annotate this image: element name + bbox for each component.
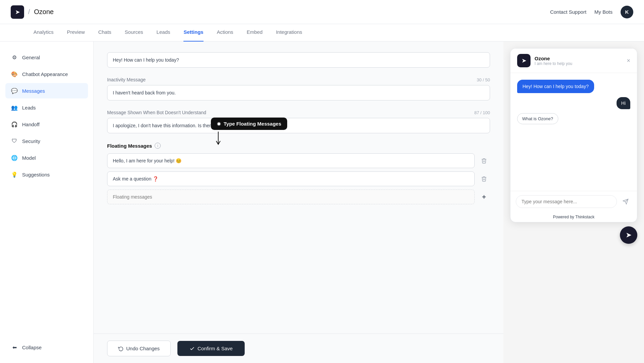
chat-close-button[interactable]: × — [627, 57, 630, 64]
appearance-icon: 🎨 — [11, 70, 18, 78]
sidebar-item-security[interactable]: 🛡 Security — [5, 133, 88, 149]
sidebar-item-chatbot-appearance[interactable]: 🎨 Chatbot Appearance — [5, 66, 88, 82]
undo-icon — [118, 346, 124, 351]
shield-icon: 🛡 — [11, 137, 18, 145]
chat-fab-button[interactable]: ➤ — [620, 226, 637, 244]
tab-sources[interactable]: Sources — [125, 24, 143, 42]
chat-message-input[interactable] — [516, 195, 617, 208]
tooltip-popup: Type Floating Messages — [211, 118, 287, 130]
floating-message-row-1 — [107, 153, 490, 168]
undo-label: Undo Changes — [126, 346, 160, 351]
sidebar-item-model[interactable]: 🌐 Model — [5, 150, 88, 165]
chat-title: Ozone — [535, 56, 572, 61]
main-layout: ⚙ General 🎨 Chatbot Appearance 💬 Message… — [0, 42, 644, 363]
chat-bot-message: Hey! How can I help you today? — [517, 80, 594, 93]
floating-message-row-2 — [107, 171, 490, 186]
tab-chats[interactable]: Chats — [98, 24, 111, 42]
floating-message-add-input[interactable] — [107, 190, 475, 204]
model-icon: 🌐 — [11, 154, 18, 161]
tab-leads[interactable]: Leads — [157, 24, 170, 42]
gear-icon: ⚙ — [11, 54, 18, 61]
chat-header-left: ➤ Ozone I am here to help you — [517, 54, 572, 67]
chat-header-info: Ozone I am here to help you — [535, 56, 572, 66]
undo-changes-button[interactable]: Undo Changes — [107, 341, 171, 356]
tooltip-dot — [217, 122, 221, 126]
check-icon — [189, 346, 195, 351]
sidebar: ⚙ General 🎨 Chatbot Appearance 💬 Message… — [0, 42, 94, 363]
tab-analytics[interactable]: Analytics — [33, 24, 54, 42]
collapse-icon: ⬅ — [11, 344, 18, 351]
info-icon[interactable]: i — [155, 143, 161, 149]
tab-preview[interactable]: Preview — [67, 24, 85, 42]
bot-understand-label: Message Shown When Bot Doesn't Understan… — [107, 110, 206, 115]
bot-understand-counter: 87 / 100 — [474, 110, 490, 115]
sidebar-collapse-item[interactable]: ⬅ Collapse — [5, 340, 88, 355]
header-left: ➤ / Ozone — [11, 5, 54, 19]
sidebar-item-suggestions[interactable]: 💡 Suggestions — [5, 167, 88, 182]
confirm-save-button[interactable]: Confirm & Save — [177, 341, 245, 356]
chat-suggestion[interactable]: What is Ozone? — [517, 113, 558, 124]
chat-user-message: Hi — [617, 97, 630, 109]
chat-widget: ➤ Ozone I am here to help you × Hey! How… — [510, 48, 637, 222]
bot-understand-label-row: Message Shown When Bot Doesn't Understan… — [107, 110, 490, 115]
delete-floating-2-button[interactable] — [478, 173, 490, 185]
avatar[interactable]: K — [621, 6, 633, 18]
sidebar-item-messages[interactable]: 💬 Messages — [5, 83, 88, 98]
chat-body: Hey! How can I help you today? Hi What i… — [510, 73, 637, 191]
tooltip-popup-area: Type Floating Messages — [211, 118, 287, 130]
my-bots-link[interactable]: My Bots — [594, 9, 613, 15]
powered-by-text: Powered by — [553, 215, 574, 219]
header-right: Contact Support My Bots K — [550, 6, 633, 18]
welcome-message-input[interactable] — [107, 52, 490, 68]
sidebar-collapse-label: Collapse — [22, 345, 42, 350]
floating-messages-title: Floating Messages — [107, 143, 152, 149]
chat-send-button[interactable] — [620, 196, 632, 208]
chat-powered-by: Powered by Thinkstack — [510, 212, 637, 222]
chat-header: ➤ Ozone I am here to help you × — [510, 49, 637, 73]
nav-tabs: Analytics Preview Chats Sources Leads Se… — [0, 24, 644, 42]
sidebar-item-label: Messages — [22, 88, 45, 94]
save-label: Confirm & Save — [197, 346, 233, 351]
add-floating-message-button[interactable] — [478, 191, 490, 203]
inactivity-label-row: Inactivity Message 30 / 50 — [107, 77, 490, 82]
chat-logo-icon: ➤ — [517, 54, 531, 67]
floating-messages-section: Type Floating Messages Floating Messages… — [107, 143, 490, 204]
tab-actions[interactable]: Actions — [217, 24, 233, 42]
sidebar-item-label: Model — [22, 155, 36, 161]
tab-embed[interactable]: Embed — [247, 24, 263, 42]
sidebar-item-general[interactable]: ⚙ General — [5, 50, 88, 65]
sidebar-item-leads[interactable]: 👥 Leads — [5, 100, 88, 115]
sidebar-item-handoff[interactable]: 🎧 Handoff — [5, 117, 88, 132]
bot-understand-input[interactable] — [107, 118, 490, 133]
inactivity-message-section: Inactivity Message 30 / 50 — [107, 77, 490, 100]
tab-settings[interactable]: Settings — [183, 24, 203, 42]
messages-icon: 💬 — [11, 87, 18, 94]
floating-message-input-2[interactable] — [107, 171, 475, 186]
content-scroll: Inactivity Message 30 / 50 Message Shown… — [94, 42, 503, 334]
inactivity-message-input[interactable] — [107, 85, 490, 100]
inactivity-label: Inactivity Message — [107, 77, 146, 82]
tab-integrations[interactable]: Integrations — [276, 24, 302, 42]
suggestions-icon: 💡 — [11, 171, 18, 178]
welcome-message-section — [107, 52, 490, 68]
tooltip-text: Type Floating Messages — [224, 121, 281, 127]
inactivity-counter: 30 / 50 — [477, 77, 490, 82]
tooltip-arrow-svg — [216, 132, 232, 148]
logo-icon[interactable]: ➤ — [11, 5, 24, 19]
footer-bar: Undo Changes Confirm & Save — [94, 334, 503, 363]
floating-message-input-1[interactable] — [107, 153, 475, 168]
chat-preview-panel: ➤ Ozone I am here to help you × Hey! How… — [503, 42, 644, 363]
sidebar-item-label: General — [22, 55, 40, 60]
handoff-icon: 🎧 — [11, 121, 18, 128]
content-area: Inactivity Message 30 / 50 Message Shown… — [94, 42, 503, 363]
sidebar-spacer — [5, 184, 88, 338]
chat-input-row — [510, 191, 637, 212]
leads-icon: 👥 — [11, 104, 18, 111]
contact-support-link[interactable]: Contact Support — [550, 9, 586, 15]
floating-message-add-row — [107, 190, 490, 204]
bot-understand-section: Message Shown When Bot Doesn't Understan… — [107, 110, 490, 133]
page-title: Ozone — [34, 8, 54, 16]
delete-floating-1-button[interactable] — [478, 155, 490, 167]
sidebar-item-label: Handoff — [22, 122, 39, 127]
sidebar-item-label: Security — [22, 138, 40, 144]
